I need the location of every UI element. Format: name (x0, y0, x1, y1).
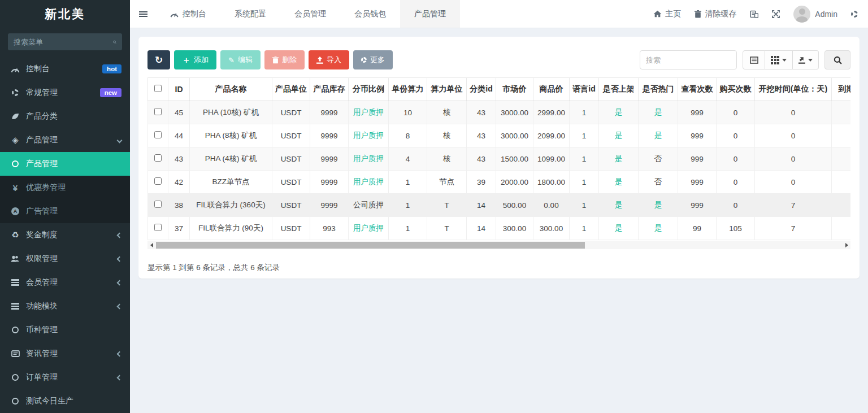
row-checkbox[interactable] (154, 108, 162, 115)
fullscreen-icon[interactable] (772, 10, 780, 18)
user-menu[interactable]: Admin (793, 6, 837, 23)
cell: 7 (755, 194, 832, 217)
newspaper-icon (8, 350, 22, 357)
sidebar-item-general[interactable]: 常规管理 new (0, 81, 130, 105)
scrollbar-thumb[interactable] (156, 242, 585, 249)
cell-link[interactable]: 是 (599, 124, 639, 147)
cell-link[interactable]: 是 (639, 217, 678, 240)
cell: PHA (4核) 矿机 (190, 147, 272, 171)
cell-link[interactable]: 是 (599, 171, 639, 194)
table-row[interactable]: 42BZZ单节点USDT9999用户质押1节点392000.001800.001… (148, 171, 851, 194)
sidebar-subitem-product-management[interactable]: 产品管理 (0, 152, 130, 176)
cell-link[interactable]: 是 (599, 147, 639, 171)
cell-link[interactable]: 是 (599, 101, 639, 124)
cell (832, 194, 851, 217)
cell: USDT (272, 217, 310, 240)
row-checkbox[interactable] (154, 201, 162, 208)
sidebar-search-input[interactable] (14, 38, 113, 46)
import-label: 导入 (327, 55, 341, 65)
cell: USDT (272, 194, 310, 217)
cell-link[interactable]: 是 (599, 194, 639, 217)
sidebar-item-product-category[interactable]: 产品分类 (0, 105, 130, 128)
scroll-left-arrow[interactable] (147, 241, 155, 249)
cell-link[interactable]: 用户质押 (349, 147, 389, 171)
search-button[interactable] (824, 50, 850, 69)
chevron-left-icon (117, 351, 123, 357)
import-button[interactable]: 导入 (309, 50, 349, 69)
cell: 核 (427, 101, 467, 124)
more-button[interactable]: 更多 (353, 50, 393, 69)
sidebar-item-member-management[interactable]: 会员管理 (0, 271, 130, 294)
list-icon (8, 303, 22, 310)
cell-link[interactable]: 用户质押 (349, 217, 389, 240)
settings-gear-icon[interactable] (851, 11, 858, 18)
table-row[interactable]: 38FIL联合算力 (360天)USDT9999公司质押1T14500.000.… (148, 194, 851, 217)
table-row[interactable]: 43PHA (4核) 矿机USDT9999用户质押4核431500.001099… (148, 147, 851, 171)
cell-link[interactable]: 是 (639, 194, 678, 217)
home-link[interactable]: 主页 (653, 9, 681, 19)
caret-down-icon (782, 59, 787, 62)
gears-icon (8, 89, 22, 96)
products-table-wrap: ID产品名称产品单位产品库存分币比例单份算力算力单位分类id市场价商品价语言id… (147, 77, 850, 240)
sidebar-item-dashboard[interactable]: 控制台 hot (0, 57, 130, 81)
tab-product-management[interactable]: 产品管理 (400, 0, 460, 28)
view-buttons (743, 50, 819, 69)
sidebar-item-permission-management[interactable]: 权限管理 (0, 247, 130, 271)
cell-link[interactable]: 是 (639, 101, 678, 124)
column-header: 单份算力 (389, 78, 427, 101)
row-checkbox[interactable] (154, 154, 162, 162)
cell-link[interactable]: 是 (639, 124, 678, 147)
tab-dashboard[interactable]: 控制台 (156, 0, 220, 28)
columns-icon (771, 56, 779, 64)
row-checkbox[interactable] (154, 224, 162, 231)
language-icon[interactable] (750, 10, 758, 18)
sidebar-item-news-management[interactable]: 资讯管理 (0, 342, 130, 366)
product-table-card: ↻ ＋添加 ✎编辑 删除 导入 更多 (138, 37, 860, 279)
clear-cache-link[interactable]: 清除缓存 (695, 9, 736, 19)
tab-system-config[interactable]: 系统配置 (220, 0, 280, 28)
cell-link[interactable]: 用户质押 (349, 171, 389, 194)
tab-member-wallet[interactable]: 会员钱包 (340, 0, 400, 28)
table-search-input[interactable] (640, 50, 737, 69)
detail-view-button[interactable] (743, 50, 765, 69)
refresh-button[interactable]: ↻ (147, 50, 170, 69)
edit-button[interactable]: ✎编辑 (220, 50, 261, 69)
delete-button[interactable]: 删除 (264, 50, 305, 69)
table-row[interactable]: 44PHA (8核) 矿机USDT9999用户质押8核433000.002099… (148, 124, 851, 147)
row-checkbox[interactable] (154, 177, 162, 185)
select-all-checkbox[interactable] (154, 85, 162, 92)
gem-icon: ◈ (8, 135, 22, 145)
cell: 300.00 (496, 217, 533, 240)
add-button[interactable]: ＋添加 (174, 50, 216, 69)
sidebar-item-bonus-system[interactable]: ♻ 奖金制度 (0, 223, 130, 247)
cell: 43 (168, 147, 190, 171)
sidebar-item-label: 奖金制度 (26, 230, 58, 240)
row-checkbox[interactable] (154, 131, 162, 138)
sidebar-item-currency-management[interactable]: 币种管理 (0, 318, 130, 342)
sidebar-item-product-management[interactable]: ◈ 产品管理 (0, 128, 130, 152)
cell-link[interactable]: 用户质押 (349, 101, 389, 124)
sidebar-subitem-ad-management[interactable]: A 广告管理 (0, 199, 130, 223)
sidebar-item-test-today-production[interactable]: 测试今日生产 (0, 389, 130, 413)
horizontal-scrollbar[interactable] (147, 241, 850, 249)
table-row[interactable]: 37FIL联合算力 (90天)USDT993用户质押1T14300.00300.… (148, 217, 851, 240)
sidebar-item-order-management[interactable]: 订单管理 (0, 366, 130, 389)
sidebar-item-function-modules[interactable]: 功能模块 (0, 294, 130, 318)
sidebar-subitem-coupon-management[interactable]: ¥ 优惠券管理 (0, 176, 130, 199)
cell: USDT (272, 101, 310, 124)
cell-link[interactable]: 用户质押 (349, 124, 389, 147)
cell: 999 (678, 101, 717, 124)
column-header: 产品单位 (272, 78, 310, 101)
cell: 节点 (427, 171, 467, 194)
column-header: 分类id (467, 78, 496, 101)
checkbox-cell (148, 171, 168, 194)
cell-link[interactable]: 是 (599, 217, 639, 240)
tab-member-management[interactable]: 会员管理 (280, 0, 340, 28)
export-button[interactable] (793, 50, 819, 69)
columns-button[interactable] (765, 50, 793, 69)
cell: 10 (389, 101, 427, 124)
cell: 核 (427, 124, 467, 147)
sidebar-toggle-button[interactable] (130, 0, 156, 28)
scroll-right-arrow[interactable] (843, 241, 850, 249)
table-row[interactable]: 45PHA (10核) 矿机USDT9999用户质押10核433000.0029… (148, 101, 851, 124)
